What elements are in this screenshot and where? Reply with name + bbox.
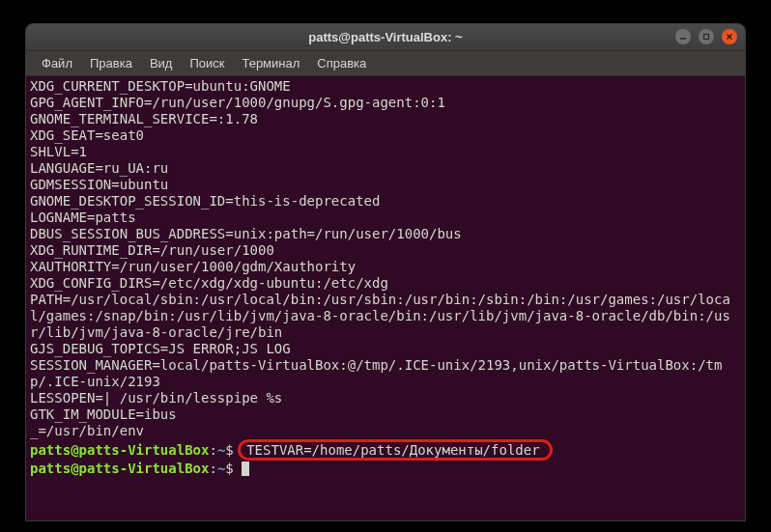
prompt-user: patts@patts-VirtualBox — [30, 461, 209, 476]
env-line: DBUS_SESSION_BUS_ADDRESS=unix:path=/run/… — [30, 226, 745, 242]
menu-view[interactable]: Вид — [142, 54, 181, 72]
env-line: PATH=/usr/local/sbin:/usr/local/bin:/usr… — [30, 292, 745, 341]
close-button[interactable] — [722, 29, 737, 44]
env-line: LOGNAME=patts — [30, 210, 745, 226]
menu-search[interactable]: Поиск — [182, 54, 232, 72]
env-line: XDG_RUNTIME_DIR=/run/user/1000 — [30, 242, 745, 259]
menu-file[interactable]: Файл — [34, 54, 80, 72]
env-line: SESSION_MANAGER=local/patts-VirtualBox:@… — [30, 357, 745, 390]
prompt-line: patts@patts-VirtualBox:~$ TESTVAR=/home/… — [30, 439, 745, 461]
env-line: GNOME_DESKTOP_SESSION_ID=this-is-depreca… — [30, 193, 745, 210]
prompt-user: patts@patts-VirtualBox — [30, 442, 209, 458]
env-line: GPG_AGENT_INFO=/run/user/1000/gnupg/S.gp… — [30, 95, 745, 111]
menubar: Файл Правка Вид Поиск Терминал Справка — [26, 51, 745, 76]
maximize-button[interactable] — [699, 29, 714, 44]
window-title: patts@patts-VirtualBox: ~ — [308, 30, 462, 44]
env-line: XAUTHORITY=/run/user/1000/gdm/Xauthority — [30, 259, 745, 275]
cursor — [242, 462, 249, 476]
window-controls — [675, 29, 737, 44]
terminal-output[interactable]: XDG_CURRENT_DESKTOP=ubuntu:GNOME GPG_AGE… — [26, 76, 745, 520]
env-line: GDMSESSION=ubuntu — [30, 177, 745, 193]
env-line: XDG_SEAT=seat0 — [30, 127, 745, 144]
svg-rect-1 — [704, 35, 709, 40]
terminal-window: patts@patts-VirtualBox: ~ Файл Правка Ви… — [25, 23, 746, 521]
prompt-line-empty: patts@patts-VirtualBox:~$ — [30, 461, 745, 477]
env-line: SHLVL=1 — [30, 144, 745, 160]
minimize-button[interactable] — [675, 29, 691, 44]
env-line: XDG_CONFIG_DIRS=/etc/xdg/xdg-ubuntu:/etc… — [30, 275, 745, 292]
env-line: GJS_DEBUG_TOPICS=JS ERROR;JS LOG — [30, 341, 745, 357]
menu-edit[interactable]: Правка — [82, 54, 140, 72]
env-line: XDG_CURRENT_DESKTOP=ubuntu:GNOME — [30, 78, 745, 95]
highlighted-command: TESTVAR=/home/patts/Документы/folder — [238, 439, 552, 461]
env-line: LESSOPEN=| /usr/bin/lesspipe %s — [30, 390, 745, 406]
env-line: GNOME_TERMINAL_SERVICE=:1.78 — [30, 111, 745, 127]
env-line: LANGUAGE=ru_UA:ru — [30, 160, 745, 177]
titlebar[interactable]: patts@patts-VirtualBox: ~ — [26, 24, 745, 51]
command-text: TESTVAR=/home/patts/Документы/folder — [246, 442, 539, 458]
env-line: GTK_IM_MODULE=ibus — [30, 406, 745, 423]
menu-help[interactable]: Справка — [309, 54, 374, 72]
prompt-symbol: $ — [225, 461, 233, 476]
prompt-symbol: $ — [225, 442, 233, 458]
menu-terminal[interactable]: Терминал — [234, 54, 307, 72]
env-line: _=/usr/bin/env — [30, 423, 745, 439]
